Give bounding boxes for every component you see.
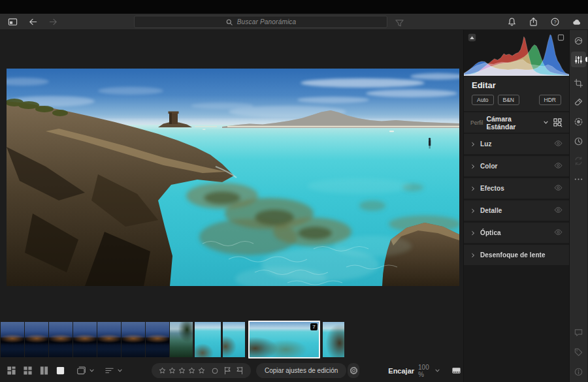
stack-menu[interactable] <box>75 365 95 377</box>
filmstrip-thumb-12[interactable] <box>323 322 344 357</box>
auto-button[interactable]: Auto <box>472 95 494 105</box>
shadow-clipping-icon[interactable] <box>468 33 476 42</box>
star-icon[interactable] <box>197 367 205 375</box>
filmstrip-thumb-6[interactable] <box>122 322 145 357</box>
photo-preview[interactable] <box>7 69 459 286</box>
panel-toggle-icon[interactable] <box>7 16 18 27</box>
filmstrip-thumb-1[interactable] <box>1 322 24 357</box>
settings-gear-button[interactable] <box>348 363 359 378</box>
lightroom-app: Buscar Panorámica ? <box>0 0 588 382</box>
profile-label: Perfil <box>470 119 483 126</box>
panel-section-detalle[interactable]: Detalle <box>464 200 569 221</box>
star-icon[interactable] <box>158 367 166 375</box>
filmstrip-toggle-icon[interactable] <box>451 365 461 377</box>
filmstrip-thumb-9[interactable] <box>195 322 221 357</box>
panel-section-luz[interactable]: Luz <box>464 134 569 154</box>
bw-button[interactable]: B&N <box>498 95 519 105</box>
panel-section-efectos[interactable]: Efectos <box>464 178 569 199</box>
adjust-icon[interactable] <box>570 33 587 48</box>
stack-count-badge: 7 <box>310 323 318 330</box>
edit-header-card: Editar Auto B&N HDR <box>464 76 569 111</box>
topbar-actions: ? <box>506 14 582 29</box>
pick-flag-icon[interactable] <box>223 366 232 375</box>
star-icon[interactable] <box>178 367 186 375</box>
filmstrip-thumb-7[interactable] <box>146 322 169 357</box>
panel-section-desenfoque-de-lente[interactable]: Desenfoque de lente <box>464 245 569 265</box>
section-label: Efectos <box>480 185 504 192</box>
chevron-right-icon <box>470 186 476 191</box>
eye-icon[interactable] <box>554 227 563 239</box>
profile-row[interactable]: Perfil Cámara Estándar <box>464 112 569 133</box>
grid-view-icon[interactable] <box>22 365 33 377</box>
color-label-icon[interactable] <box>210 366 220 375</box>
filmstrip-thumb-5[interactable] <box>97 322 121 357</box>
detail-view-icon[interactable] <box>54 365 66 377</box>
filmstrip-thumb-11-selected[interactable]: 7 <box>248 321 320 358</box>
filter-icon[interactable] <box>393 17 405 29</box>
section-label: Detalle <box>480 207 502 214</box>
histogram[interactable] <box>464 30 569 76</box>
back-icon[interactable] <box>27 16 39 27</box>
copy-edit-settings-button[interactable]: Copiar ajustes de edición <box>256 363 346 378</box>
view-switcher <box>5 365 66 377</box>
chevron-right-icon <box>470 231 476 236</box>
beach-panorama-image <box>7 69 459 286</box>
keywords-icon[interactable] <box>570 344 587 360</box>
zoom-control[interactable]: Encajar 100 % <box>388 364 440 378</box>
panel-section-color[interactable]: Color <box>464 156 569 176</box>
svg-text:?: ? <box>553 19 556 25</box>
cloud-sync-icon[interactable] <box>570 16 582 27</box>
eye-icon[interactable] <box>554 205 563 217</box>
profile-browser-icon[interactable] <box>553 118 563 127</box>
eye-icon[interactable] <box>554 161 563 172</box>
highlight-clipping-icon[interactable] <box>557 33 565 42</box>
edit-sections: LuzColorEfectosDetalleÓpticaDesenfoque d… <box>464 134 569 265</box>
filmstrip-thumb-2[interactable] <box>25 322 48 357</box>
panel-title: Editar <box>472 81 561 90</box>
search-icon <box>225 18 233 26</box>
compare-view-icon[interactable] <box>38 365 50 377</box>
chevron-right-icon <box>470 208 476 214</box>
zoom-value: 100 % <box>418 364 431 378</box>
mosaic-view-icon[interactable] <box>5 365 17 377</box>
eye-icon[interactable] <box>554 183 563 195</box>
bottom-toolbar: Copiar ajustes de edición Encajar 100 % <box>0 359 463 382</box>
filmstrip-thumb-4[interactable] <box>73 322 97 357</box>
more-tools-icon[interactable] <box>570 171 587 187</box>
filmstrip-thumb-8[interactable] <box>170 322 193 357</box>
chevron-right-icon <box>470 142 476 147</box>
sort-menu[interactable] <box>103 365 123 377</box>
healing-icon[interactable] <box>570 94 587 110</box>
forward-icon[interactable] <box>47 16 59 27</box>
filmstrip-thumb-10[interactable] <box>223 322 245 357</box>
reject-flag-icon[interactable] <box>235 366 244 375</box>
chevron-down-icon <box>434 365 440 377</box>
chevron-right-icon <box>470 164 476 169</box>
section-label: Desenfoque de lente <box>480 251 546 259</box>
rating-flag-group <box>152 363 251 378</box>
masking-icon[interactable] <box>570 114 587 129</box>
crop-icon[interactable] <box>570 75 587 91</box>
chevron-right-icon <box>470 253 476 258</box>
edit-sliders-icon[interactable] <box>570 52 587 67</box>
edit-panel: Editar Auto B&N HDR Perfil Cámara Estánd… <box>464 30 570 382</box>
versions-icon[interactable] <box>570 133 587 149</box>
share-icon[interactable] <box>527 16 539 27</box>
panel-section--ptica[interactable]: Óptica <box>464 223 569 243</box>
sync-icon[interactable] <box>570 153 587 168</box>
search-input[interactable]: Buscar Panorámica <box>134 16 387 28</box>
hdr-button[interactable]: HDR <box>539 95 561 105</box>
eye-icon[interactable] <box>554 138 563 150</box>
info-icon[interactable] <box>570 364 587 379</box>
section-label: Óptica <box>480 229 501 236</box>
help-icon[interactable]: ? <box>549 16 561 27</box>
filmstrip-thumb-3[interactable] <box>49 322 73 357</box>
sort-icon <box>103 365 115 377</box>
nav-group <box>7 14 59 29</box>
section-label: Color <box>480 163 498 170</box>
chevron-down-icon <box>116 365 123 377</box>
notifications-icon[interactable] <box>506 16 517 27</box>
comments-icon[interactable] <box>570 325 587 340</box>
star-icon[interactable] <box>168 367 176 375</box>
star-icon[interactable] <box>188 367 195 375</box>
